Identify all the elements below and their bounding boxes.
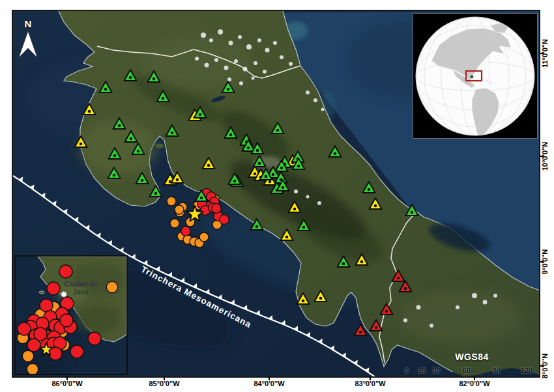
jaco-inset-canvas: Ciudad de Jacó: [16, 257, 126, 374]
station-center-dot: [227, 88, 230, 91]
station-center-dot: [276, 129, 280, 132]
station-center-dot: [153, 77, 156, 81]
latitude-label: 10°0'0"N: [541, 142, 549, 171]
station-center-dot: [255, 225, 259, 229]
scale-bar-number: 60: [463, 367, 471, 374]
earthquake-epicenter-orange: [106, 281, 117, 292]
longitude-label: 86°0'0"W: [51, 380, 82, 387]
earthquake-epicenter-orange: [199, 232, 209, 242]
earthquake-epicenter-red: [18, 322, 31, 335]
globe-canvas: [413, 14, 537, 138]
scale-bar-segment: [467, 376, 497, 378]
scale-bar-number: 30: [433, 367, 441, 374]
station-center-dot: [258, 162, 261, 165]
station-center-dot: [254, 173, 257, 176]
scale-bar-number: 15: [418, 367, 426, 374]
station-center-dot: [359, 331, 362, 334]
earthquake-epicenter-red: [88, 332, 101, 345]
earthquake-epicenter-orange: [175, 205, 184, 214]
station-center-dot: [229, 133, 233, 137]
station-center-dot: [154, 192, 158, 195]
station-center-dot: [375, 326, 378, 329]
map-figure: Trinchera Mesoamericana N WGS84 km 01530…: [0, 0, 554, 392]
station-center-dot: [233, 180, 237, 183]
scale-bar-segment: [497, 376, 527, 378]
station-center-dot: [130, 137, 133, 141]
station-center-dot: [342, 262, 345, 266]
latitude-label: 9°0'0"N: [541, 249, 549, 275]
station-center-dot: [297, 165, 300, 168]
station-center-dot: [397, 277, 400, 280]
earthquake-epicenter-orange: [167, 197, 176, 206]
earthquake-epicenter-red: [60, 314, 73, 327]
station-center-dot: [269, 180, 272, 184]
scale-bar-segment: [437, 376, 467, 378]
station-center-dot: [302, 300, 305, 303]
station-center-dot: [368, 188, 371, 191]
inset-terrain: [75, 305, 121, 333]
scale-bar-number: 90: [493, 367, 501, 374]
station-center-dot: [141, 179, 144, 182]
station-center-dot: [374, 204, 377, 208]
earthquake-epicenter-red: [220, 215, 229, 225]
station-center-dot: [285, 236, 289, 239]
station-center-dot: [176, 178, 179, 182]
earthquake-epicenter-red: [59, 265, 72, 278]
station-center-dot: [207, 164, 211, 167]
station-center-dot: [104, 88, 108, 91]
station-center-dot: [113, 154, 117, 158]
earthquake-epicenter-orange: [27, 363, 38, 374]
earthquake-epicenter-red: [47, 282, 60, 295]
longitude-label: 85°0'0"W: [149, 380, 179, 387]
scale-bar-segment: [407, 376, 414, 378]
jaco-city-label-line1: Ciudad de: [65, 280, 98, 288]
latitude-label: 11°0'0"N: [541, 39, 549, 68]
earthquake-epicenter-red: [212, 204, 222, 214]
longitude-label: 83°0'0"W: [355, 380, 385, 387]
scale-bar-segment: [414, 376, 421, 378]
station-center-dot: [171, 132, 174, 135]
earthquake-epicenter-red: [70, 345, 83, 358]
station-center-dot: [137, 150, 140, 153]
longitude-label: 82°0'0"W: [459, 380, 489, 387]
station-center-dot: [293, 208, 297, 211]
station-center-dot: [272, 173, 275, 176]
inset-island: [39, 291, 44, 294]
station-center-dot: [411, 211, 414, 214]
station-center-dot: [80, 143, 83, 146]
station-center-dot: [334, 152, 337, 156]
earthquake-epicenter-red: [34, 328, 47, 341]
datum-label: WGS84: [446, 352, 498, 362]
station-center-dot: [265, 175, 268, 178]
station-center-dot: [199, 113, 202, 117]
scale-bar-segment: [429, 376, 436, 378]
earthquake-epicenter-orange: [170, 219, 179, 228]
latitude-label: 8°0'0"N: [541, 354, 549, 379]
longitude-label: 84°0'0"W: [254, 380, 284, 387]
station-center-dot: [129, 76, 132, 79]
station-center-dot: [385, 310, 388, 313]
north-label: N: [25, 18, 32, 29]
station-center-dot: [118, 124, 121, 128]
station-center-dot: [404, 287, 407, 290]
station-center-dot: [302, 226, 306, 229]
station-center-dot: [113, 174, 116, 177]
jaco-city-dot: [61, 292, 66, 297]
earthquake-epicenter-red: [40, 299, 53, 312]
scale-bar-number: 0: [405, 367, 409, 374]
station-center-dot: [162, 97, 165, 100]
jaco-zoom-inset: Ciudad de Jacó: [14, 255, 128, 375]
scale-bar-segment: [422, 376, 429, 378]
earthquake-epicenter-red: [181, 227, 191, 236]
station-center-dot: [256, 149, 259, 152]
costa-rica-highlight: [471, 76, 474, 79]
station-center-dot: [360, 260, 364, 264]
station-center-dot: [88, 110, 91, 113]
station-center-dot: [200, 197, 203, 200]
station-center-dot: [282, 186, 285, 189]
station-center-dot: [319, 297, 323, 300]
scale-bar-number: 120: [521, 367, 532, 374]
jaco-city-label-line2: Jacó: [73, 288, 89, 296]
earthquake-epicenter-orange: [22, 350, 33, 361]
station-center-dot: [280, 167, 284, 170]
